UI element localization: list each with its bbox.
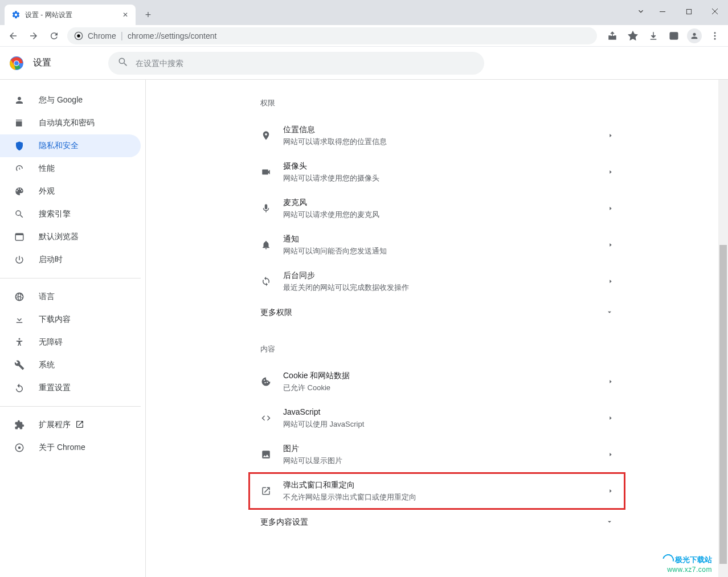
sidebar-item-search[interactable]: 搜索引擎 bbox=[0, 203, 141, 226]
setting-row-image[interactable]: 图片 网站可以显示图片 bbox=[249, 436, 625, 473]
sidebar-item-accessibility[interactable]: 无障碍 bbox=[0, 331, 141, 354]
sidebar-item-label: 重置设置 bbox=[39, 383, 71, 393]
address-bar[interactable]: Chrome | chrome://settings/content bbox=[67, 27, 597, 44]
sidebar-item-label: 外观 bbox=[39, 186, 55, 197]
palette-icon bbox=[14, 186, 25, 197]
settings-search-input[interactable] bbox=[108, 52, 484, 75]
chevron-right-icon bbox=[608, 413, 614, 423]
row-title: 摄像头 bbox=[283, 160, 601, 172]
setting-row-bell[interactable]: 通知 网站可以询问能否向您发送通知 bbox=[249, 227, 625, 263]
setting-row-cookie[interactable]: Cookie 和网站数据 已允许 Cookie bbox=[249, 363, 625, 400]
sidebar-item-extension[interactable]: 扩展程序 bbox=[0, 414, 141, 436]
power-icon bbox=[14, 254, 25, 265]
forward-button[interactable] bbox=[24, 26, 43, 46]
download-icon[interactable] bbox=[644, 26, 663, 46]
window-minimize-icon[interactable] bbox=[649, 2, 676, 21]
chevron-down-icon bbox=[606, 308, 614, 318]
row-desc: 网站可以请求取得您的位置信息 bbox=[283, 137, 601, 147]
setting-row-mic[interactable]: 麦克风 网站可以请求使用您的麦克风 bbox=[249, 190, 625, 227]
setting-row-location[interactable]: 位置信息 网站可以请求取得您的位置信息 bbox=[249, 117, 625, 154]
window-maximize-icon[interactable] bbox=[676, 2, 702, 21]
scrollbar[interactable] bbox=[718, 80, 728, 577]
bookmark-star-icon[interactable] bbox=[623, 26, 643, 46]
bell-icon bbox=[260, 239, 272, 251]
popup-icon bbox=[260, 485, 272, 497]
image-icon bbox=[260, 449, 272, 460]
cookie-icon bbox=[260, 376, 272, 387]
row-title: Cookie 和网站数据 bbox=[283, 370, 601, 382]
chevron-right-icon bbox=[608, 240, 614, 250]
row-desc: 已允许 Cookie bbox=[283, 383, 601, 393]
svg-rect-4 bbox=[670, 32, 678, 39]
chevron-down-icon bbox=[606, 518, 614, 527]
settings-sidebar: 您与 Google自动填充和密码隐私和安全性能外观搜索引擎默认浏览器启动时 语言… bbox=[0, 80, 145, 577]
back-button[interactable] bbox=[3, 26, 23, 46]
tab-search-icon[interactable] bbox=[632, 2, 649, 21]
chevron-right-icon bbox=[608, 377, 614, 387]
open-external-icon bbox=[75, 420, 84, 431]
settings-gear-icon bbox=[11, 10, 21, 19]
new-tab-button[interactable]: + bbox=[140, 7, 156, 23]
expand-row[interactable]: 更多权限 bbox=[249, 300, 625, 326]
mic-icon bbox=[260, 203, 272, 214]
tab-title: 设置 - 网站设置 bbox=[25, 10, 121, 20]
browser-toolbar: Chrome | chrome://settings/content bbox=[0, 25, 728, 47]
speed-icon bbox=[14, 163, 25, 174]
row-desc: 网站可以请求使用您的摄像头 bbox=[283, 173, 601, 183]
sidebar-item-download[interactable]: 下载内容 bbox=[0, 308, 141, 331]
expand-row[interactable]: 更多内容设置 bbox=[249, 509, 625, 535]
scrollbar-thumb[interactable] bbox=[719, 245, 727, 564]
sidebar-item-speed[interactable]: 性能 bbox=[0, 157, 141, 180]
omnibox-prefix: Chrome bbox=[88, 31, 116, 40]
sync-icon bbox=[260, 276, 272, 287]
sidebar-item-person[interactable]: 您与 Google bbox=[0, 89, 141, 112]
window-controls bbox=[632, 0, 728, 23]
sidebar-item-autofill[interactable]: 自动填充和密码 bbox=[0, 112, 141, 134]
settings-main[interactable]: 权限 位置信息 网站可以请求取得您的位置信息 摄像头 网站可以请求使用您的摄像头… bbox=[145, 80, 728, 577]
side-panel-icon[interactable] bbox=[664, 26, 684, 46]
profile-avatar[interactable] bbox=[685, 26, 704, 46]
chevron-right-icon bbox=[608, 130, 614, 141]
setting-row-code[interactable]: JavaScript 网站可以使用 JavaScript bbox=[249, 400, 625, 436]
sidebar-separator bbox=[0, 406, 141, 407]
row-title: 弹出式窗口和重定向 bbox=[283, 479, 601, 491]
svg-point-12 bbox=[14, 61, 19, 66]
sidebar-item-reset[interactable]: 重置设置 bbox=[0, 377, 141, 399]
svg-point-17 bbox=[18, 447, 21, 449]
autofill-icon bbox=[14, 117, 25, 129]
sidebar-item-shield[interactable]: 隐私和安全 bbox=[0, 134, 141, 157]
watermark: 极光下载站 www.xz7.com bbox=[662, 554, 712, 574]
sidebar-item-browser[interactable]: 默认浏览器 bbox=[0, 226, 141, 248]
menu-dots-icon[interactable] bbox=[705, 26, 725, 46]
accessibility-icon bbox=[14, 337, 25, 348]
browser-tab[interactable]: 设置 - 网站设置 ✕ bbox=[5, 5, 136, 25]
sidebar-item-chrome[interactable]: 关于 Chrome bbox=[0, 436, 141, 459]
row-desc: 网站可以请求使用您的麦克风 bbox=[283, 210, 601, 220]
row-desc: 最近关闭的网站可以完成数据收发操作 bbox=[283, 283, 601, 293]
tab-close-icon[interactable]: ✕ bbox=[121, 10, 130, 19]
system-icon bbox=[14, 359, 25, 371]
svg-rect-1 bbox=[686, 9, 691, 14]
svg-point-3 bbox=[77, 34, 80, 37]
sidebar-item-power[interactable]: 启动时 bbox=[0, 248, 141, 271]
download-icon bbox=[14, 314, 25, 325]
chrome-icon bbox=[14, 442, 25, 453]
reload-button[interactable] bbox=[44, 26, 64, 46]
window-close-icon[interactable] bbox=[702, 2, 728, 21]
setting-row-sync[interactable]: 后台同步 最近关闭的网站可以完成数据收发操作 bbox=[249, 263, 625, 300]
sidebar-item-palette[interactable]: 外观 bbox=[0, 180, 141, 203]
sidebar-item-label: 下载内容 bbox=[39, 314, 71, 325]
setting-row-popup[interactable]: 弹出式窗口和重定向 不允许网站显示弹出式窗口或使用重定向 bbox=[249, 473, 625, 509]
chevron-right-icon bbox=[608, 449, 614, 460]
shield-icon bbox=[14, 140, 25, 152]
person-icon bbox=[14, 95, 25, 106]
svg-rect-14 bbox=[15, 234, 23, 235]
row-title: 麦克风 bbox=[283, 197, 601, 208]
share-icon[interactable] bbox=[603, 26, 622, 46]
code-icon bbox=[260, 412, 272, 424]
sidebar-item-language[interactable]: 语言 bbox=[0, 285, 141, 308]
setting-row-camera[interactable]: 摄像头 网站可以请求使用您的摄像头 bbox=[249, 154, 625, 190]
svg-point-15 bbox=[19, 338, 21, 340]
row-desc: 不允许网站显示弹出式窗口或使用重定向 bbox=[283, 492, 601, 502]
sidebar-item-system[interactable]: 系统 bbox=[0, 354, 141, 377]
